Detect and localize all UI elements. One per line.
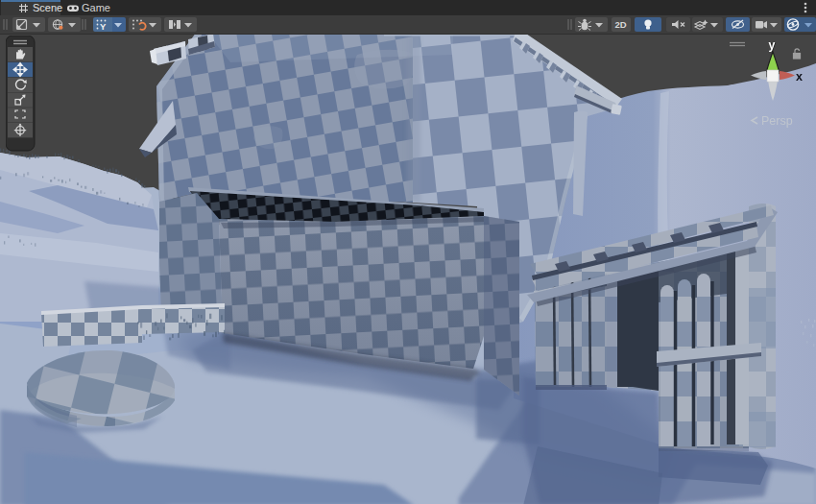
svg-text:x: x bbox=[796, 70, 803, 84]
svg-text:2D: 2D bbox=[615, 19, 627, 30]
svg-text:Game: Game bbox=[82, 2, 110, 13]
svg-text:y: y bbox=[769, 38, 776, 52]
svg-text:Persp: Persp bbox=[761, 114, 793, 128]
svg-text:Y: Y bbox=[100, 21, 107, 32]
svg-text:Scene: Scene bbox=[33, 2, 62, 13]
